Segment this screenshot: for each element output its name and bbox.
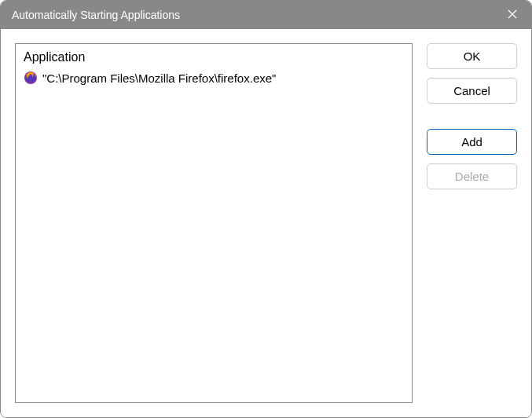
add-button[interactable]: Add [427, 129, 517, 155]
delete-button: Delete [427, 163, 517, 189]
list-header: Application [16, 44, 412, 68]
dialog-window: Automatically Starting Applications Appl… [0, 0, 532, 418]
title-bar: Automatically Starting Applications [1, 1, 531, 29]
application-list[interactable]: Application "C:\Program Files\Mozilla Fi… [15, 43, 413, 403]
close-button[interactable] [493, 1, 531, 29]
list-item[interactable]: "C:\Program Files\Mozilla Firefox\firefo… [16, 68, 412, 88]
close-icon [508, 9, 517, 21]
window-title: Automatically Starting Applications [12, 9, 180, 21]
spacer [427, 112, 517, 120]
cancel-button[interactable]: Cancel [427, 78, 517, 104]
list-item-label: "C:\Program Files\Mozilla Firefox\firefo… [42, 72, 276, 85]
firefox-icon [24, 71, 38, 85]
ok-button[interactable]: OK [427, 43, 517, 69]
button-column: OK Cancel Add Delete [427, 43, 517, 403]
dialog-content: Application "C:\Program Files\Mozilla Fi… [1, 29, 531, 417]
